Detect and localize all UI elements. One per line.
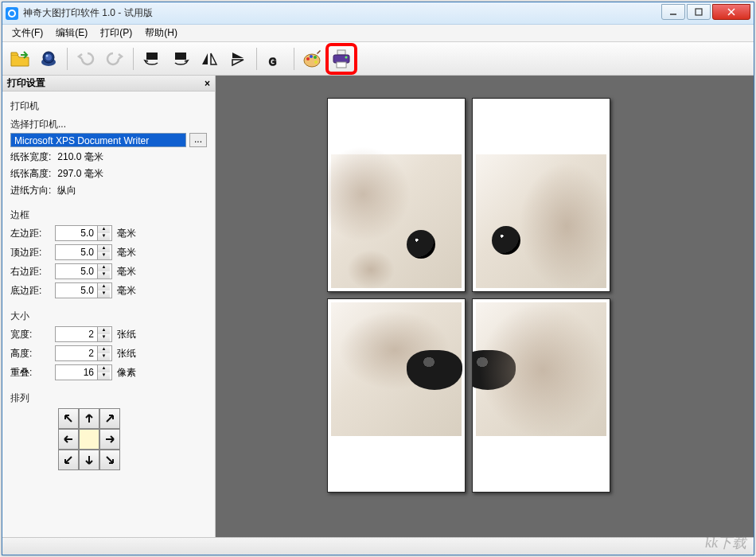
margin-bottom-label: 底边距: <box>10 284 50 298</box>
page-tile-1 <box>327 98 466 292</box>
rotate-ccw-icon[interactable] <box>139 46 165 72</box>
main-area: 打印设置 × 打印机 选择打印机... Microsoft XPS Docume… <box>2 76 754 537</box>
app-icon <box>6 7 18 20</box>
arrange-n[interactable] <box>79 408 99 429</box>
arrange-nw[interactable] <box>58 408 79 429</box>
svg-point-13 <box>310 55 313 58</box>
close-button[interactable] <box>712 4 750 20</box>
svg-point-1 <box>10 11 14 16</box>
preview-canvas[interactable] <box>216 76 754 537</box>
menubar: 文件(F) 编辑(E) 打印(P) 帮助(H) <box>2 25 754 42</box>
printer-section-label: 打印机 <box>10 99 207 113</box>
margin-right-input[interactable]: ▲▼ <box>55 263 112 279</box>
overlap-input[interactable]: ▲▼ <box>55 364 112 380</box>
arrange-ne[interactable] <box>99 408 120 429</box>
open-folder-icon[interactable] <box>7 46 33 72</box>
border-section-label: 边框 <box>10 208 207 222</box>
menu-help[interactable]: 帮助(H) <box>138 25 184 41</box>
svg-point-12 <box>306 57 310 60</box>
panel-header: 打印设置 × <box>2 76 215 92</box>
print-settings-panel: 打印设置 × 打印机 选择打印机... Microsoft XPS Docume… <box>2 76 216 537</box>
redo-icon[interactable] <box>102 46 127 72</box>
minimize-button[interactable] <box>661 4 685 20</box>
unit-px: 像素 <box>117 366 141 380</box>
svg-rect-16 <box>337 50 345 55</box>
arrange-e[interactable] <box>99 429 120 450</box>
feed-direction-label: 进纸方向: <box>10 184 51 197</box>
printer-dropdown[interactable]: Microsoft XPS Document Writer <box>10 133 186 147</box>
select-printer-label: 选择打印机... <box>10 118 207 131</box>
arrange-grid <box>58 408 207 470</box>
unit-mm: 毫米 <box>117 227 141 240</box>
panel-title: 打印设置 <box>7 76 45 90</box>
page-tile-2 <box>472 98 610 292</box>
undo-icon[interactable] <box>73 46 99 72</box>
pages-grid <box>327 98 610 493</box>
flip-vertical-icon[interactable] <box>225 46 251 72</box>
page-tile-4 <box>472 298 610 493</box>
svg-text:G: G <box>269 56 276 68</box>
flip-horizontal-icon[interactable] <box>197 46 222 72</box>
feed-direction-value: 纵向 <box>57 184 76 197</box>
height-sheets-label: 高度: <box>10 347 50 360</box>
width-sheets-label: 宽度: <box>10 328 50 341</box>
arrange-sw[interactable] <box>58 450 79 470</box>
arrange-se[interactable] <box>99 450 120 470</box>
arrange-w[interactable] <box>58 429 79 450</box>
paper-width-value: 210.0 毫米 <box>57 150 103 164</box>
arrange-s[interactable] <box>79 450 99 470</box>
paper-width-label: 纸张宽度: <box>10 150 51 164</box>
menu-file[interactable]: 文件(F) <box>6 25 49 41</box>
arrange-center[interactable] <box>79 429 99 450</box>
svg-rect-3 <box>696 9 702 15</box>
titlebar: 神奇大图打印软件 1.0 - 试用版 <box>2 2 754 25</box>
margin-top-label: 顶边距: <box>10 246 50 259</box>
arrange-section-label: 排列 <box>10 391 207 405</box>
rotate-cw-icon[interactable] <box>168 46 193 72</box>
printer-icon[interactable] <box>329 46 354 72</box>
statusbar <box>2 537 754 555</box>
svg-point-15 <box>314 60 318 64</box>
margin-right-label: 右边距: <box>10 265 50 278</box>
overlap-label: 重叠: <box>10 366 50 380</box>
svg-point-19 <box>345 56 348 58</box>
margin-left-label: 左边距: <box>10 227 50 240</box>
menu-edit[interactable]: 编辑(E) <box>49 25 94 41</box>
grayscale-g-icon[interactable]: G <box>263 46 288 72</box>
unit-sheets: 张纸 <box>117 328 141 341</box>
panel-close-button[interactable]: × <box>205 78 210 89</box>
toolbar: G <box>2 42 754 76</box>
svg-point-9 <box>46 54 49 56</box>
paper-height-value: 297.0 毫米 <box>57 167 103 181</box>
camera-icon[interactable] <box>36 46 61 72</box>
svg-rect-18 <box>337 62 346 68</box>
palette-icon[interactable] <box>300 46 325 72</box>
margin-top-input[interactable]: ▲▼ <box>55 244 112 260</box>
margin-left-input[interactable]: ▲▼ <box>55 225 112 241</box>
width-sheets-input[interactable]: ▲▼ <box>55 326 112 342</box>
svg-point-14 <box>314 56 317 59</box>
page-tile-3 <box>327 298 466 493</box>
menu-print[interactable]: 打印(P) <box>94 25 138 41</box>
window-title: 神奇大图打印软件 1.0 - 试用版 <box>23 6 660 20</box>
maximize-button[interactable] <box>687 4 711 20</box>
size-section-label: 大小 <box>10 310 207 323</box>
printer-browse-button[interactable]: ... <box>189 133 207 147</box>
paper-height-label: 纸张高度: <box>10 167 51 181</box>
height-sheets-input[interactable]: ▲▼ <box>55 345 112 361</box>
app-window: 神奇大图打印软件 1.0 - 试用版 文件(F) 编辑(E) 打印(P) 帮助(… <box>2 2 754 555</box>
margin-bottom-input[interactable]: ▲▼ <box>55 282 112 298</box>
